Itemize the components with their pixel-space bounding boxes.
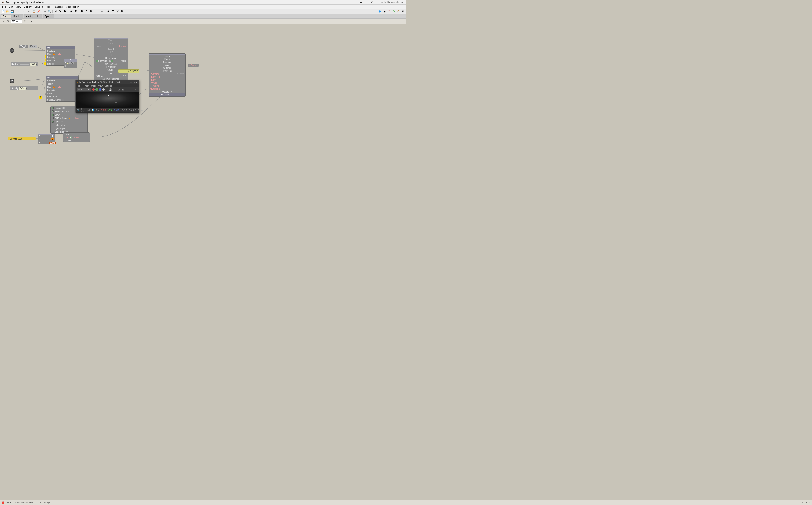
cb-gienv-label: GI Env. Color [54,117,67,120]
rn-quality: Quality [149,63,185,66]
tab-primit[interactable]: Primit... [11,14,23,18]
vray-minimize[interactable]: ─ [131,81,132,83]
vray-settings-btn[interactable]: ⚙ [130,88,133,91]
green-icon[interactable]: ⬡ [392,10,396,13]
menu-solution[interactable]: Solution [33,5,44,8]
canvas: Toggle False ✕ Radius 100 ◆ 5 50 1600 On… [0,24,406,247]
vray-menu-render[interactable]: Render [82,85,89,87]
minimize-button[interactable]: ─ [360,1,363,4]
menu-display[interactable]: Display [22,5,33,8]
vray-maximize[interactable]: □ [133,81,135,83]
a-icon[interactable]: A [106,10,110,13]
radius-diamond[interactable]: ◆ [36,63,37,65]
v-icon[interactable]: V [58,10,62,13]
cp-type: Type [94,39,128,42]
eye-icon[interactable]: 👁 [23,19,27,23]
vray-export-btn[interactable]: ↗ [113,88,116,91]
vray-menu-image[interactable]: Image [90,85,96,87]
intensity-value[interactable]: 6491 [19,87,25,90]
d-icon[interactable]: D [63,10,67,13]
app-icon: 🦗 [2,1,5,4]
vray-titlebar: V V-Ray Frame Buffer - [100.0% of 960 x … [75,80,139,84]
vray-split-btn[interactable]: ⊟ [121,88,125,91]
menu-edit[interactable]: Edit [8,5,14,8]
zoom-input[interactable] [11,19,22,23]
menu-metahopper[interactable]: MetaHopper [64,5,80,8]
redo-icon[interactable]: ↪ [21,10,25,13]
vray-circle-white[interactable] [102,88,105,91]
vray-hsv-label[interactable]: HSV [121,109,125,111]
cb-gradient-box[interactable]: ✓ [51,107,54,109]
toggle-value[interactable]: False [29,44,37,48]
rhino-nav-icon[interactable]: 🔷 [378,10,382,13]
p-icon[interactable]: P [80,10,84,13]
vray-raw-label[interactable]: Raw [96,109,99,111]
vray-circle-green[interactable] [95,88,98,91]
vray-save-btn[interactable]: 💾 [109,88,112,91]
close-button[interactable]: ✕ [370,1,374,4]
yellow-0[interactable]: 0 [39,96,42,99]
menu-view[interactable]: View [15,5,22,8]
kk-icon[interactable]: K [120,10,124,13]
circle-btn-mid[interactable]: ✕ [10,78,14,83]
color-icon[interactable]: ⬡ [387,10,391,13]
cb-gi-box[interactable]: ✓ [51,114,54,116]
vray-menu-file[interactable]: File [77,85,80,87]
sketch-icon[interactable]: ✏ [43,10,47,13]
vray-window-controls[interactable]: ─ □ ✕ [131,81,138,83]
tab-open[interactable]: Open... [43,14,54,18]
intensity-diamond[interactable]: ◆ [26,88,27,89]
cb-lighton-box[interactable]: ✓ [51,121,54,123]
vray-rotate-btn[interactable]: ↻ [126,88,129,91]
copy-icon[interactable]: 📋 [32,10,36,13]
w-icon[interactable]: W [69,10,73,13]
open-icon[interactable]: 📂 [6,10,10,13]
undo-icon[interactable]: ↩ [16,10,21,13]
vv-icon[interactable]: V [116,10,120,13]
vray-menu-options[interactable]: Options [105,85,112,87]
mesh-icon[interactable]: ◈ [382,10,387,13]
vray-circle-red[interactable] [92,88,94,91]
paste-icon[interactable]: 📌 [36,10,41,13]
radius-value[interactable]: 100 [30,63,36,66]
right-title: spotlight-minimal-error [380,1,404,4]
vray-close[interactable]: ✕ [136,81,138,83]
vray-circle-blue[interactable] [99,88,102,91]
tab-geo[interactable]: Geo... [1,14,11,18]
cb-reflect-box[interactable]: ✓ [51,110,54,113]
t-icon[interactable]: T [111,10,115,13]
tab-input[interactable]: Input [24,14,32,18]
titlebar-controls[interactable]: ─ □ ✕ spotlight-minimal-error [360,1,404,4]
menu-pancake[interactable]: Pancake [52,5,64,8]
g-node-title: G [64,59,77,62]
m-icon[interactable]: M [53,10,58,13]
vray-menu-view[interactable]: View [98,85,103,87]
tab-util[interactable]: Util... [33,14,42,18]
amber-icon[interactable]: ⬡ [396,10,401,13]
k-icon[interactable]: K [89,10,93,13]
circle-btn-top[interactable]: ✕ [10,48,14,53]
new-icon[interactable]: 📄 [1,10,5,13]
cut-icon[interactable]: ✂ [27,10,31,13]
vray-toolbar: RGB color 💾 ↗ ⊞ ⊟ ↻ ⚙ ℹ [75,88,139,92]
f-icon[interactable]: F [74,10,78,13]
sketch-toggle-icon[interactable]: 🖊 [30,19,33,23]
home-icon[interactable]: ⌂ [1,19,5,23]
range-node[interactable]: -5000 to 5000 [8,137,36,141]
zoom-fit-icon[interactable]: ⊡ [6,19,10,23]
cb-gienv-box[interactable] [51,117,54,119]
num-display: 0 6.287712 [118,69,140,73]
settings-icon[interactable]: ⚙ [401,10,405,13]
menu-help[interactable]: Help [44,5,52,8]
search-icon[interactable]: 🔍 [47,10,51,13]
vray-region-btn[interactable]: ⊞ [117,88,121,91]
save-icon[interactable]: 💾 [10,10,14,13]
maximize-button[interactable]: □ [365,1,368,4]
vray-menu-icon[interactable]: ☰ [147,109,148,111]
c-icon[interactable]: C [84,10,89,13]
menu-file[interactable]: File [1,5,7,8]
vray-info-btn[interactable]: ℹ [134,88,138,91]
ww-icon[interactable]: W [100,10,104,13]
vray-channel-select[interactable]: RGB color [77,88,91,91]
l-icon[interactable]: L [95,10,99,13]
